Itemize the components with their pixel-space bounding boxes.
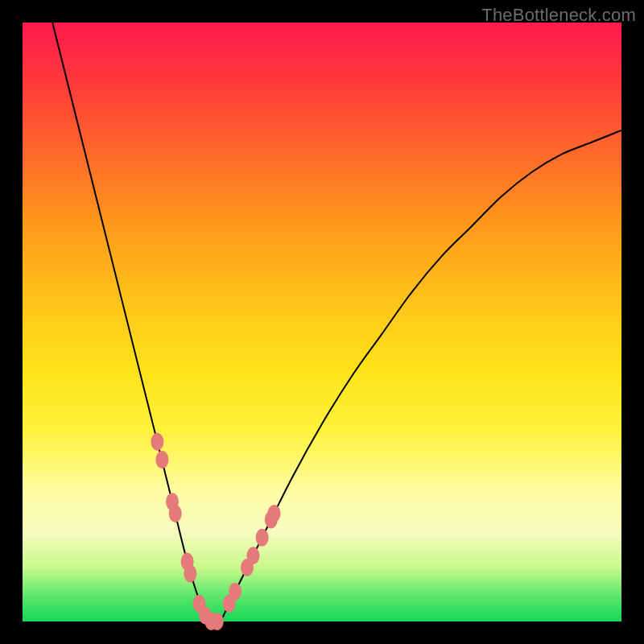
watermark-text: TheBottleneck.com [481, 5, 636, 26]
marker-point [246, 547, 259, 564]
marker-point [267, 505, 280, 522]
curve-svg [23, 23, 621, 621]
chart-frame: TheBottleneck.com [0, 0, 644, 644]
highlight-markers [151, 433, 280, 630]
plot-area [23, 23, 621, 621]
marker-point [155, 451, 168, 469]
marker-point [169, 505, 182, 522]
marker-point [151, 433, 163, 451]
bottleneck-curve [52, 23, 621, 623]
marker-point [256, 529, 269, 547]
marker-point [211, 613, 224, 630]
marker-point [229, 583, 242, 601]
marker-point [184, 564, 196, 582]
